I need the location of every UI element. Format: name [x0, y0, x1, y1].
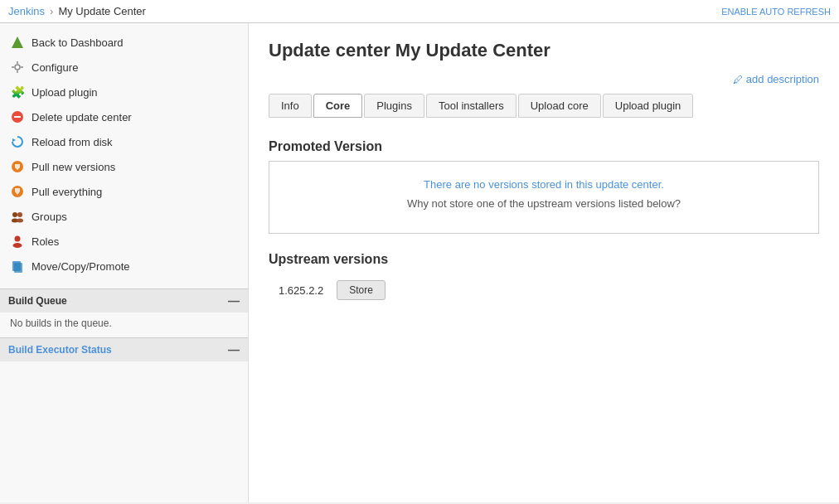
page-title: Update center My Update Center [269, 40, 819, 61]
sidebar-label-move-copy-promote: Move/Copy/Promote [32, 260, 130, 273]
breadcrumb-separator: › [50, 5, 53, 17]
configure-icon [10, 60, 25, 75]
upstream-rows: 1.625.2.2Store [269, 274, 819, 307]
sidebar-item-roles: Roles [0, 229, 248, 254]
tab-upload-plugin[interactable]: Upload plugin [603, 94, 694, 118]
sidebar-item-delete-update-center: Delete update center [0, 104, 248, 129]
main-content: Update center My Update Center 🖊 add des… [249, 23, 839, 502]
no-versions-box: There are no versions stored in this upd… [269, 161, 819, 234]
sidebar-link-upload-plugin[interactable]: 🧩Upload plugin [0, 80, 248, 104]
build-queue-body: No builds in the queue. [0, 313, 248, 334]
sidebar-label-roles: Roles [32, 235, 59, 248]
upstream-versions-title: Upstream versions [269, 244, 819, 274]
build-queue-empty-label: No builds in the queue. [10, 317, 112, 329]
svg-point-16 [13, 243, 22, 248]
breadcrumb-jenkins-link[interactable]: Jenkins [8, 5, 45, 17]
tab-plugins[interactable]: Plugins [364, 94, 424, 118]
sidebar-link-configure[interactable]: Configure [0, 55, 248, 80]
sidebar-item-upload-plugin: 🧩Upload plugin [0, 80, 248, 104]
sidebar-label-delete-update-center: Delete update center [32, 111, 132, 124]
build-queue-panel: Build Queue — No builds in the queue. [0, 288, 248, 334]
tab-info[interactable]: Info [269, 94, 312, 118]
no-versions-line1: There are no versions stored in this upd… [286, 178, 802, 191]
promoted-version-section: Promoted Version There are no versions s… [269, 131, 819, 234]
sidebar-item-pull-everything: Pull everything [0, 179, 248, 204]
move-copy-promote-icon [10, 259, 25, 274]
roles-icon [10, 234, 25, 249]
sidebar-item-reload-from-disk: Reload from disk [0, 129, 248, 154]
build-executor-panel: Build Executor Status — [0, 337, 248, 361]
sidebar-link-groups[interactable]: Groups [0, 204, 248, 229]
tab-upload-core[interactable]: Upload core [518, 94, 601, 118]
auto-refresh-link[interactable]: ENABLE AUTO REFRESH [721, 7, 831, 17]
add-description-link[interactable]: 🖊 add description [733, 73, 819, 85]
svg-point-15 [15, 236, 21, 242]
sidebar-link-reload-from-disk[interactable]: Reload from disk [0, 129, 248, 154]
header: Jenkins › My Update Center ENABLE AUTO R… [0, 0, 839, 23]
sidebar-label-configure: Configure [32, 61, 78, 74]
no-versions-line2: Why not store one of the upstream versio… [286, 197, 802, 210]
sidebar-label-reload-from-disk: Reload from disk [32, 136, 113, 148]
build-executor-header: Build Executor Status — [0, 338, 248, 361]
svg-point-14 [17, 219, 23, 223]
svg-marker-0 [12, 36, 23, 48]
sidebar-item-move-copy-promote: Move/Copy/Promote [0, 254, 248, 279]
tab-tool-installers[interactable]: Tool installers [426, 94, 516, 118]
upstream-version-row: 1.625.2.2Store [269, 274, 819, 307]
svg-point-1 [15, 65, 20, 70]
breadcrumb-current: My Update Center [58, 5, 146, 17]
back-to-dashboard-icon [10, 35, 25, 50]
sidebar-link-delete-update-center[interactable]: Delete update center [0, 104, 248, 129]
delete-update-center-icon [10, 109, 25, 124]
sidebar-label-groups: Groups [32, 211, 67, 223]
sidebar: Back to DashboardConfigure🧩Upload plugin… [0, 23, 249, 502]
layout: Back to DashboardConfigure🧩Upload plugin… [0, 23, 839, 502]
sidebar-nav: Back to DashboardConfigure🧩Upload plugin… [0, 23, 248, 285]
build-queue-collapse[interactable]: — [228, 294, 240, 308]
svg-point-11 [12, 212, 17, 217]
sidebar-link-pull-new-versions[interactable]: Pull new versions [0, 154, 248, 179]
sidebar-link-move-copy-promote[interactable]: Move/Copy/Promote [0, 254, 248, 279]
sidebar-label-pull-everything: Pull everything [32, 186, 102, 198]
svg-marker-8 [12, 138, 16, 142]
sidebar-link-pull-everything[interactable]: Pull everything [0, 179, 248, 204]
add-description-area: 🖊 add description [269, 73, 819, 85]
upstream-versions-section: Upstream versions 1.625.2.2Store [269, 244, 819, 315]
breadcrumb: Jenkins › My Update Center [8, 5, 146, 17]
sidebar-label-back-to-dashboard: Back to Dashboard [32, 36, 124, 49]
store-button[interactable]: Store [337, 280, 386, 300]
build-queue-header: Build Queue — [0, 289, 248, 313]
sidebar-link-roles[interactable]: Roles [0, 229, 248, 254]
svg-point-12 [17, 212, 22, 217]
tabs: InfoCorePluginsTool installersUpload cor… [269, 94, 819, 118]
sidebar-label-upload-plugin: Upload plugin [32, 86, 98, 99]
sidebar-label-pull-new-versions: Pull new versions [32, 161, 115, 173]
sidebar-link-back-to-dashboard[interactable]: Back to Dashboard [0, 30, 248, 55]
version-number: 1.625.2.2 [279, 284, 323, 297]
build-queue-title: Build Queue [8, 295, 67, 307]
pull-new-versions-icon [10, 159, 25, 174]
reload-from-disk-icon [10, 134, 25, 149]
svg-rect-18 [14, 263, 22, 273]
build-executor-collapse[interactable]: — [228, 343, 240, 356]
upload-plugin-icon: 🧩 [10, 85, 25, 99]
sidebar-item-back-to-dashboard: Back to Dashboard [0, 30, 248, 55]
tab-core[interactable]: Core [313, 94, 363, 118]
sidebar-item-configure: Configure [0, 55, 248, 80]
pull-everything-icon [10, 184, 25, 199]
sidebar-item-groups: Groups [0, 204, 248, 229]
sidebar-item-pull-new-versions: Pull new versions [0, 154, 248, 179]
groups-icon [10, 209, 25, 224]
build-executor-title-link[interactable]: Build Executor Status [8, 344, 112, 356]
promoted-version-title: Promoted Version [269, 131, 819, 161]
